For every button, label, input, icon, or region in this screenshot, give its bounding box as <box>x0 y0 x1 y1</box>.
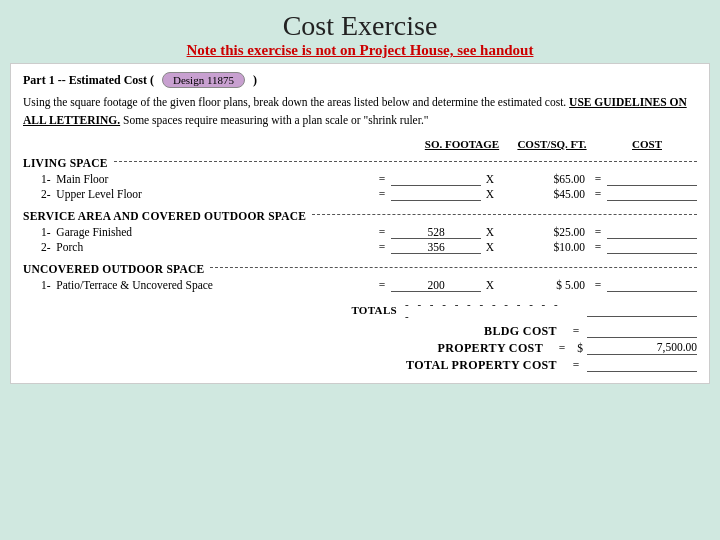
bldg-val <box>587 324 697 338</box>
main-floor-sqft <box>391 173 481 186</box>
uncovered-title-row: UNCOVERED OUTDOOR SPACE <box>23 259 697 277</box>
page-title: Cost Exercise <box>0 10 720 42</box>
total-prop-cost-label: TOTAL PROPERTY COST <box>405 358 565 373</box>
bldg-cost-row: BLDG COST = <box>23 324 697 339</box>
totals-row: TOTALS - - - - - - - - - - - - - - <box>23 298 697 322</box>
totals-val <box>587 303 697 317</box>
section-service: SERVICE AREA AND COVERED OUTDOOR SPACE 1… <box>23 206 697 254</box>
instructions-line1: Using the square footage of the given fl… <box>23 96 569 108</box>
table-row: 1- Patio/Terrace & Uncovered Space = 200… <box>23 279 697 292</box>
header: Cost Exercise Note this exercise is not … <box>0 0 720 63</box>
garage-val <box>607 226 697 239</box>
garage-sqft: 528 <box>391 226 481 239</box>
main-floor-eq2: = <box>589 173 607 185</box>
patio-label: 1- Patio/Terrace & Uncovered Space <box>23 279 373 291</box>
uncovered-dashes <box>210 267 697 268</box>
totals-section: TOTALS - - - - - - - - - - - - - - BLDG … <box>23 298 697 373</box>
table-row: 2- Porch = 356 X $10.00 = <box>23 241 697 254</box>
main-content: Part 1 -- Estimated Cost ( Design 11875 … <box>10 63 710 384</box>
column-headers: SO. FOOTAGE COST/SQ. FT. COST <box>23 138 697 150</box>
upper-floor-costsqft: $45.00 <box>499 188 589 200</box>
design-badge: Design 11875 <box>162 72 245 88</box>
garage-costsqft: $25.00 <box>499 226 589 238</box>
page-background: Cost Exercise Note this exercise is not … <box>0 0 720 384</box>
part1-label: Part 1 -- Estimated Cost ( <box>23 73 154 88</box>
col-costsqft-header: COST/SQ. FT. <box>507 138 597 150</box>
service-title: SERVICE AREA AND COVERED OUTDOOR SPACE <box>23 210 306 222</box>
instructions: Using the square footage of the given fl… <box>23 94 697 130</box>
porch-eq2: = <box>589 241 607 253</box>
total-prop-val <box>587 358 697 372</box>
bldg-cost-label: BLDG COST <box>405 324 565 339</box>
upper-floor-sqft <box>391 188 481 201</box>
total-property-cost-row: TOTAL PROPERTY COST = <box>23 358 697 373</box>
upper-floor-x: X <box>481 188 499 200</box>
porch-sqft: 356 <box>391 241 481 254</box>
porch-eq: = <box>373 241 391 253</box>
living-dashes <box>114 161 697 162</box>
upper-floor-eq: = <box>373 188 391 200</box>
uncovered-title: UNCOVERED OUTDOOR SPACE <box>23 263 204 275</box>
main-floor-x: X <box>481 173 499 185</box>
upper-floor-val <box>607 188 697 201</box>
part1-label-end: ) <box>253 73 257 88</box>
property-val: 7,500.00 <box>587 341 697 355</box>
totals-label: TOTALS <box>245 304 405 316</box>
upper-floor-eq2: = <box>589 188 607 200</box>
instructions-line2end: Some spaces require measuring with a pla… <box>120 114 428 126</box>
garage-label: 1- Garage Finished <box>23 226 373 238</box>
property-dollar: $ <box>573 342 587 354</box>
main-floor-eq: = <box>373 173 391 185</box>
table-row: 1- Garage Finished = 528 X $25.00 = <box>23 226 697 239</box>
living-title-row: LIVING SPACE <box>23 153 697 171</box>
part1-header: Part 1 -- Estimated Cost ( Design 11875 … <box>23 72 697 88</box>
col-sqft-header: SO. FOOTAGE <box>417 138 507 150</box>
main-floor-costsqft: $65.00 <box>499 173 589 185</box>
patio-eq: = <box>373 279 391 291</box>
main-floor-label: 1- Main Floor <box>23 173 373 185</box>
table-row: 2- Upper Level Floor = X $45.00 = <box>23 188 697 201</box>
totals-dashes: - - - - - - - - - - - - - - <box>405 298 565 322</box>
total-prop-eq: = <box>565 359 587 371</box>
garage-eq: = <box>373 226 391 238</box>
bldg-eq: = <box>565 325 587 337</box>
main-floor-val <box>607 173 697 186</box>
upper-floor-label: 2- Upper Level Floor <box>23 188 373 200</box>
property-eq: = <box>551 342 573 354</box>
garage-x: X <box>481 226 499 238</box>
porch-label: 2- Porch <box>23 241 373 253</box>
property-cost-label: PROPERTY COST <box>391 341 551 356</box>
property-cost-row: PROPERTY COST = $ 7,500.00 <box>23 341 697 356</box>
patio-costsqft: $ 5.00 <box>499 279 589 291</box>
patio-eq2: = <box>589 279 607 291</box>
porch-val <box>607 241 697 254</box>
table-row: 1- Main Floor = X $65.00 = <box>23 173 697 186</box>
porch-costsqft: $10.00 <box>499 241 589 253</box>
living-title: LIVING SPACE <box>23 157 108 169</box>
section-uncovered: UNCOVERED OUTDOOR SPACE 1- Patio/Terrace… <box>23 259 697 292</box>
patio-val <box>607 279 697 292</box>
service-dashes <box>312 214 697 215</box>
porch-x: X <box>481 241 499 253</box>
page-subtitle: Note this exercise is not on Project Hou… <box>0 42 720 59</box>
patio-sqft: 200 <box>391 279 481 292</box>
patio-x: X <box>481 279 499 291</box>
service-title-row: SERVICE AREA AND COVERED OUTDOOR SPACE <box>23 206 697 224</box>
garage-eq2: = <box>589 226 607 238</box>
col-cost-header: COST <box>597 138 697 150</box>
section-living: LIVING SPACE 1- Main Floor = X $65.00 = … <box>23 153 697 201</box>
